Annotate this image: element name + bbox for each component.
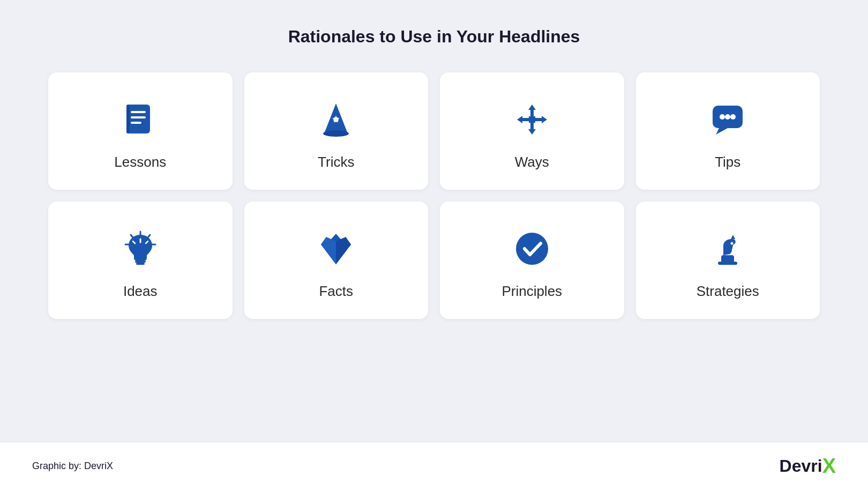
- footer-credit: Graphic by: DevriX: [32, 461, 113, 472]
- svg-line-30: [148, 235, 150, 237]
- svg-rect-23: [135, 261, 146, 263]
- chess-icon: [706, 227, 749, 270]
- svg-point-6: [323, 130, 349, 137]
- tips-label: Tips: [715, 154, 740, 170]
- svg-rect-4: [126, 105, 130, 133]
- move-icon: [511, 98, 553, 141]
- svg-marker-39: [321, 241, 336, 264]
- svg-rect-24: [136, 263, 145, 265]
- card-lessons[interactable]: Lessons: [48, 72, 233, 190]
- svg-rect-1: [131, 111, 146, 113]
- diamond-icon: [315, 227, 357, 270]
- card-facts[interactable]: Facts: [244, 202, 429, 319]
- tricks-label: Tricks: [318, 154, 354, 170]
- card-strategies[interactable]: Strategies: [636, 202, 820, 319]
- devrix-brand-text: Devri: [780, 456, 822, 476]
- svg-marker-19: [716, 128, 728, 135]
- svg-point-41: [516, 233, 548, 265]
- card-tips[interactable]: Tips: [636, 72, 820, 190]
- svg-marker-40: [336, 241, 351, 264]
- strategies-label: Strategies: [697, 283, 759, 300]
- card-ways[interactable]: Ways: [440, 72, 624, 190]
- book-icon: [119, 98, 162, 141]
- ideas-label: Ideas: [123, 283, 158, 300]
- bulb-icon: [119, 227, 162, 270]
- svg-point-22: [730, 114, 736, 120]
- svg-rect-43: [721, 255, 734, 263]
- lessons-label: Lessons: [114, 154, 166, 170]
- svg-rect-0: [126, 105, 150, 133]
- ways-label: Ways: [515, 154, 549, 170]
- card-principles[interactable]: Principles: [440, 202, 624, 319]
- svg-point-20: [720, 114, 725, 120]
- page-title: Rationales to Use in Your Headlines: [288, 27, 580, 47]
- checkbadge-icon: [511, 227, 553, 270]
- svg-point-21: [725, 114, 730, 120]
- devrix-logo: DevriX: [780, 455, 836, 478]
- principles-label: Principles: [502, 283, 562, 300]
- chat-icon: [706, 98, 749, 141]
- footer: Graphic by: DevriX DevriX: [0, 442, 868, 490]
- card-tricks[interactable]: Tricks: [244, 72, 429, 190]
- card-ideas[interactable]: Ideas: [48, 202, 233, 319]
- card-grid: Lessons Tricks: [48, 72, 820, 319]
- svg-line-29: [131, 235, 133, 237]
- svg-point-44: [731, 242, 734, 245]
- svg-rect-3: [131, 122, 141, 124]
- wizard-icon: [315, 98, 357, 141]
- devrix-brand-x: X: [822, 455, 836, 478]
- main-content: Rationales to Use in Your Headlines Less…: [0, 0, 868, 442]
- svg-rect-2: [131, 116, 146, 118]
- svg-rect-17: [529, 116, 535, 123]
- facts-label: Facts: [319, 283, 353, 300]
